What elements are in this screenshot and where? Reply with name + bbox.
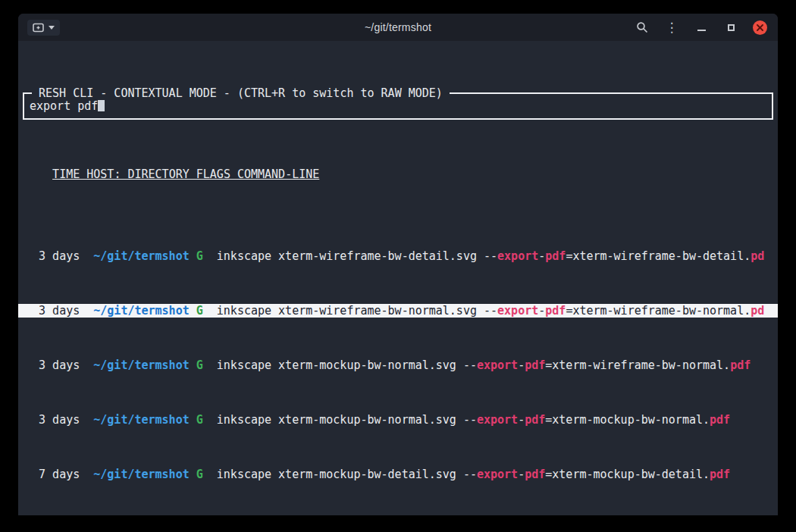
row-time: 3 days — [25, 413, 80, 427]
history-row[interactable]: 3 days ~/git/termshot G inkscape xterm-w… — [18, 249, 778, 263]
terminal-window: ~/git/termshot ⋮ — [18, 14, 778, 515]
search-panel-title: RESH CLI - CONTEXTUAL MODE - (CTRL+R to … — [32, 86, 450, 100]
search-query-text: export pdf — [30, 99, 98, 113]
history-row[interactable]: 3 days ~/git/termshot G inkscape xterm-m… — [18, 358, 778, 372]
row-command: inkscape xterm-mockup-bw-normal.svg --ex… — [217, 413, 771, 427]
row-flags: G — [196, 468, 203, 481]
row-time: 7 days — [25, 468, 80, 481]
chevron-down-icon — [49, 26, 55, 30]
new-tab-button[interactable] — [27, 20, 60, 36]
row-host: ~/git/termshot — [86, 468, 189, 481]
row-flags: G — [196, 413, 203, 427]
row-command: inkscape xterm-mockup-bw-detail.svg --ex… — [217, 468, 771, 481]
search-button[interactable] — [635, 20, 650, 35]
text-cursor — [98, 100, 105, 111]
row-time: 3 days — [25, 249, 80, 263]
menu-button[interactable]: ⋮ — [664, 20, 679, 35]
history-list: 3 days ~/git/termshot G inkscape xterm-w… — [18, 222, 778, 515]
row-host: ~/git/termshot — [86, 249, 189, 263]
search-query-input[interactable]: export pdf — [24, 99, 105, 113]
row-time: 3 days — [25, 358, 80, 372]
terminal-content: RESH CLI - CONTEXTUAL MODE - (CTRL+R to … — [18, 41, 778, 515]
restore-button[interactable] — [723, 20, 738, 35]
history-row[interactable]: 3 days ~/git/termshot G inkscape xterm-w… — [18, 304, 778, 318]
close-icon — [757, 24, 763, 31]
kebab-menu-icon: ⋮ — [666, 21, 678, 34]
restore-icon — [728, 24, 735, 31]
row-flags: G — [196, 304, 203, 318]
row-command: inkscape xterm-wireframe-bw-normal.svg -… — [217, 304, 771, 318]
minimize-icon — [697, 30, 706, 31]
row-flags: G — [196, 249, 203, 263]
row-time: 3 days — [25, 304, 80, 318]
row-flags: G — [196, 358, 203, 372]
close-button[interactable] — [753, 20, 767, 35]
table-header: TIME HOST: DIRECTORY FLAGS COMMAND-LINE — [18, 167, 778, 181]
row-host: ~/git/termshot — [86, 413, 189, 427]
history-row[interactable]: 3 days ~/git/termshot G inkscape xterm-m… — [18, 413, 778, 427]
new-tab-icon — [33, 23, 44, 33]
search-panel: RESH CLI - CONTEXTUAL MODE - (CTRL+R to … — [23, 92, 773, 120]
minimize-button[interactable] — [694, 20, 709, 35]
titlebar: ~/git/termshot ⋮ — [18, 14, 778, 41]
history-row[interactable]: 7 days ~/git/termshot G inkscape xterm-m… — [18, 468, 778, 481]
row-host: ~/git/termshot — [86, 304, 189, 318]
row-command: inkscape xterm-mockup-bw-normal.svg --ex… — [217, 358, 771, 372]
search-icon — [636, 21, 648, 33]
row-host: ~/git/termshot — [86, 358, 189, 372]
row-command: inkscape xterm-wireframe-bw-detail.svg -… — [217, 249, 771, 263]
